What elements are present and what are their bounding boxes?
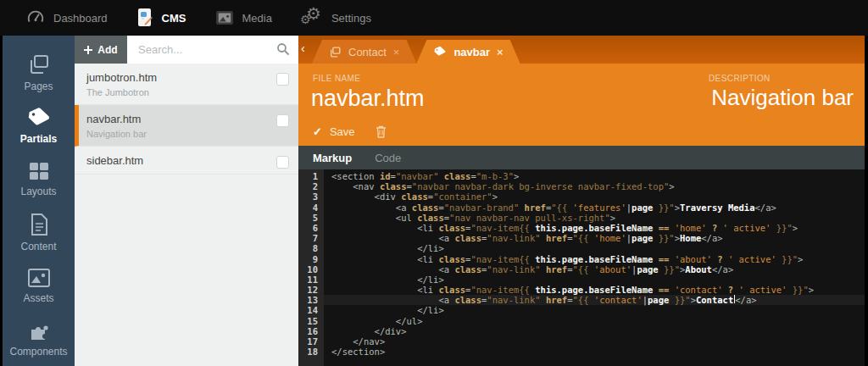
file-name-label: FILE NAME <box>313 74 360 83</box>
tab-label: Contact <box>348 46 387 58</box>
code-lines: 1<section id="navbar" class="m-b-3">2 <n… <box>298 169 865 357</box>
code-line[interactable]: 13 <a class="nav-link" href="{{ 'contact… <box>298 295 865 305</box>
code-line[interactable]: 9 <li class="nav-item{{ this.page.baseFi… <box>298 254 865 264</box>
trash-icon <box>376 125 387 138</box>
pages-icon <box>27 53 51 76</box>
editor-pane: ‹ Contact × navbar <box>298 36 865 366</box>
header-actions: ✓ Save <box>313 125 387 138</box>
october-cms-window: Dashboard CMS <box>0 0 868 366</box>
menu-item-label: CMS <box>162 12 186 25</box>
sidebar-item-label: Components <box>9 346 67 358</box>
menu-item-label: Dashboard <box>53 12 108 25</box>
sidebar-item-label: Pages <box>24 80 53 92</box>
tag-icon <box>26 107 52 129</box>
file-checkbox[interactable] <box>276 114 289 127</box>
tab-navbar[interactable]: navbar × <box>416 40 520 64</box>
search-input[interactable] <box>127 36 298 64</box>
file-subtitle: Navigation bar <box>86 129 287 139</box>
dashboard-icon <box>26 8 45 27</box>
code-line[interactable]: 3 <div class="container"> <box>298 191 865 202</box>
file-name-input[interactable]: navbar.htm <box>311 86 425 112</box>
open-files-tabstrip: ‹ Contact × navbar <box>298 36 865 64</box>
cms-icon <box>136 8 153 28</box>
sidebar-item-layouts[interactable]: Layouts <box>3 152 75 206</box>
media-icon <box>215 10 234 25</box>
tab-contact[interactable]: Contact × <box>312 40 416 64</box>
search-box <box>127 36 298 64</box>
image-icon <box>27 268 51 288</box>
file-item-sidebar[interactable]: sidebar.htm <box>75 147 298 175</box>
add-button[interactable]: Add <box>75 36 127 64</box>
code-line[interactable]: 2 <nav class="navbar navbar-dark bg-inve… <box>298 181 865 191</box>
file-list-toolbar: Add <box>75 36 298 64</box>
tab-markup[interactable]: Markup <box>313 152 352 164</box>
sidebar-item-label: Content <box>20 241 56 252</box>
close-icon[interactable]: × <box>393 46 400 58</box>
code-line[interactable]: 14 </li> <box>298 305 865 315</box>
add-button-label: Add <box>97 44 117 56</box>
save-button-label: Save <box>330 125 355 138</box>
file-subtitle: The Jumbotron <box>86 87 287 97</box>
code-line[interactable]: 8 </li> <box>298 243 865 253</box>
check-icon: ✓ <box>313 125 322 138</box>
code-line[interactable]: 1<section id="navbar" class="m-b-3"> <box>298 171 865 181</box>
close-icon[interactable]: × <box>497 46 504 58</box>
menu-item-cms[interactable]: CMS <box>122 0 201 36</box>
description-input[interactable]: Navigation bar <box>711 85 854 111</box>
plus-icon <box>84 46 92 54</box>
code-line[interactable]: 12 <li class="nav-item{{ this.page.baseF… <box>298 285 865 295</box>
code-line[interactable]: 18</section> <box>298 347 865 357</box>
file-title: jumbotron.htm <box>86 71 287 84</box>
partial-header: FILE NAME navbar.htm DESCRIPTION Navigat… <box>298 64 865 146</box>
delete-button[interactable] <box>376 125 387 138</box>
code-editor[interactable]: 1<section id="navbar" class="m-b-3">2 <n… <box>298 169 865 366</box>
puzzle-icon <box>28 321 50 341</box>
code-line[interactable]: 17 </nav> <box>298 336 865 347</box>
save-button[interactable]: ✓ Save <box>313 125 355 138</box>
main-menu-bar: Dashboard CMS <box>0 0 868 36</box>
partials-file-list: Add jumbotron.htm The Jumbotron navbar.h… <box>75 36 298 366</box>
file-item-jumbotron[interactable]: jumbotron.htm The Jumbotron <box>75 64 298 105</box>
grid-icon <box>28 161 50 181</box>
code-line[interactable]: 10 <a class="nav-link" href="{{ 'about'|… <box>298 264 865 274</box>
tab-scroll-left-icon[interactable]: ‹ <box>301 42 305 55</box>
document-icon <box>29 213 49 236</box>
menu-item-label: Media <box>242 12 272 25</box>
code-line[interactable]: 7 <a class="nav-link" href="{{ 'home'|pa… <box>298 233 865 243</box>
file-item-navbar[interactable]: navbar.htm Navigation bar <box>75 105 298 147</box>
tab-code[interactable]: Code <box>375 152 401 164</box>
sidebar-item-assets[interactable]: Assets <box>3 259 75 313</box>
code-line[interactable]: 5 <ul class="nav navbar-nav pull-xs-righ… <box>298 213 865 223</box>
menu-item-label: Settings <box>331 12 371 25</box>
code-line[interactable]: 16 </div> <box>298 326 865 336</box>
code-line[interactable]: 11 </li> <box>298 274 865 285</box>
code-line[interactable]: 4 <a class="navbar-brand" href="{{ 'feat… <box>298 202 865 213</box>
file-checkbox[interactable] <box>276 73 289 86</box>
menu-item-dashboard[interactable]: Dashboard <box>12 0 122 36</box>
sidebar-item-label: Layouts <box>20 186 56 197</box>
code-line[interactable]: 6 <li class="nav-item{{ this.page.baseFi… <box>298 223 865 233</box>
pages-icon <box>329 46 342 58</box>
tab-label: navbar <box>453 46 490 58</box>
cms-sidebar: Pages Partials Layouts <box>3 36 75 366</box>
menu-item-media[interactable]: Media <box>201 0 287 36</box>
menu-item-settings[interactable]: ⚙ ⚙ Settings <box>287 0 386 36</box>
editor-mode-tabs: Markup Code <box>298 146 865 169</box>
file-title: sidebar.htm <box>86 154 287 167</box>
file-title: navbar.htm <box>86 113 287 125</box>
sidebar-item-label: Assets <box>23 292 53 304</box>
code-line[interactable]: 15 </ul> <box>298 316 865 326</box>
sidebar-item-pages[interactable]: Pages <box>3 46 75 99</box>
settings-icon: ⚙ ⚙ <box>301 7 323 29</box>
tag-icon <box>433 46 447 58</box>
sidebar-item-partials[interactable]: Partials <box>3 99 75 152</box>
file-checkbox[interactable] <box>276 156 289 169</box>
description-label: DESCRIPTION <box>709 74 771 83</box>
sidebar-item-label: Partials <box>20 133 57 145</box>
search-icon <box>276 42 290 59</box>
sidebar-item-components[interactable]: Components <box>3 313 75 366</box>
sidebar-item-content[interactable]: Content <box>3 206 75 259</box>
